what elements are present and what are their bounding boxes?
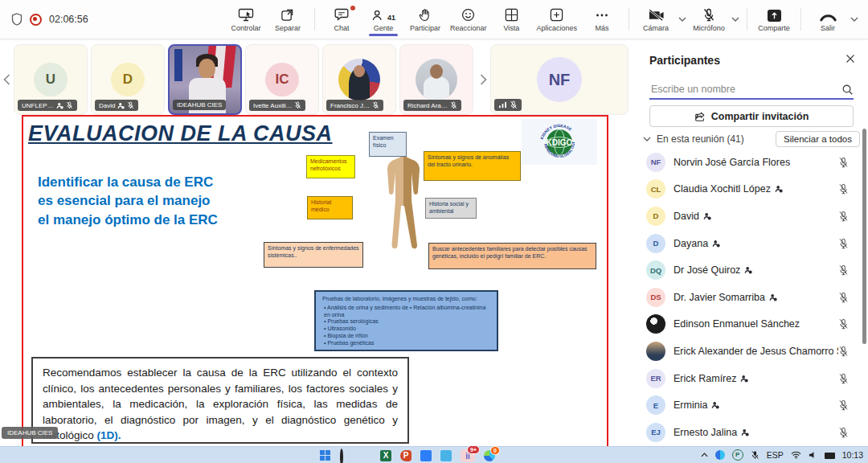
tray-expand-icon[interactable]	[701, 453, 708, 457]
chat-button[interactable]: Chat	[321, 4, 362, 35]
video-tile[interactable]: Richard Ara…	[399, 44, 473, 115]
slide-intro-text: Identificar la causa de ERC es esencial …	[38, 173, 224, 229]
participant-row[interactable]: D Dayana	[635, 230, 862, 257]
avatar-photo	[416, 59, 457, 100]
participant-row[interactable]: Erick Alexander de Jesus Chamorro Segovi…	[635, 338, 862, 365]
participant-row[interactable]: NF Norvin José García Flores	[635, 149, 862, 176]
toolbar-divider	[628, 8, 629, 31]
participant-row[interactable]: ER Erick Ramírez	[635, 365, 862, 392]
participant-row[interactable]: DQ Dr José Quiroz	[635, 256, 862, 284]
search-input[interactable]	[649, 83, 841, 96]
slide-box-medicamentos: Medicamentos nefrotóxicos	[306, 155, 355, 178]
people-icon	[371, 9, 386, 22]
leave-button[interactable]: Salir	[807, 4, 849, 35]
tile-name-badge: IDEAHUB CIES	[173, 100, 226, 110]
phone-user-icon	[769, 293, 777, 301]
participant-name: Claudia Xochitl López	[674, 183, 771, 195]
file-explorer-icon[interactable]	[360, 450, 371, 461]
more-button[interactable]: Más	[581, 4, 623, 35]
popout-button[interactable]: Separar	[267, 4, 309, 35]
video-tile[interactable]: D David	[91, 44, 165, 115]
react-button[interactable]: Reaccionar	[446, 4, 491, 35]
shared-presentation-slide: EVALUACION DE LA CAUSA Identificar la ca…	[22, 115, 608, 451]
shield-icon	[11, 13, 23, 26]
pruebas-item: Pruebas genéticas	[322, 340, 490, 347]
mic-button[interactable]: Micrófono	[688, 4, 730, 35]
leave-options-chevron-icon[interactable]	[850, 17, 858, 22]
avatar: IC	[265, 63, 299, 96]
video-tile[interactable]: NF	[490, 44, 628, 115]
app-icon-blue[interactable]	[420, 450, 432, 461]
volume-icon[interactable]	[809, 451, 817, 459]
avatar: ER	[646, 369, 665, 388]
participant-row[interactable]: D David	[635, 203, 862, 230]
video-tile[interactable]: Francisco J…	[322, 44, 396, 115]
raise-hand-button[interactable]: Participar	[404, 4, 446, 35]
taskbar-apps: X P ii9+ 0	[320, 450, 495, 462]
participant-row[interactable]: Edinson Enmanuel Sánchez	[635, 311, 862, 338]
mic-off-icon	[838, 264, 849, 276]
clock[interactable]: 10:13	[842, 450, 863, 460]
windows-start-icon[interactable]	[320, 450, 331, 461]
panel-scrollbar[interactable]	[862, 129, 866, 344]
tray-mic-muted-icon[interactable]	[751, 450, 760, 460]
avatar: U	[34, 63, 68, 96]
view-button[interactable]: Vista	[490, 4, 532, 35]
avatar: NF	[646, 153, 665, 172]
teams-notification-badge: 9+	[467, 445, 480, 454]
chevron-down-icon[interactable]	[643, 137, 651, 141]
avatar: CL	[646, 179, 665, 199]
participant-row[interactable]: EJ Ernesto Jalina	[635, 419, 862, 446]
taskbar-search-icon[interactable]	[340, 450, 351, 461]
slide-title: EVALUACION DE LA CAUSA	[28, 121, 333, 146]
language-indicator[interactable]: ESP	[767, 450, 784, 460]
filmstrip-prev-icon[interactable]	[3, 74, 10, 85]
teams-icon[interactable]: ii9+	[461, 449, 475, 462]
remote-control-icon	[238, 7, 254, 22]
powerpoint-icon[interactable]: P	[400, 450, 411, 461]
apps-button[interactable]: Aplicaciones	[532, 4, 581, 35]
toolbar-divider	[314, 8, 315, 31]
people-button[interactable]: 41 Gente	[362, 4, 404, 35]
avatar-photo	[646, 342, 665, 361]
close-icon[interactable]	[845, 54, 855, 64]
participant-name: Dr José Quiroz	[674, 264, 740, 276]
phone-user-icon	[56, 102, 63, 109]
control-button[interactable]: Controlar	[225, 4, 267, 35]
participant-row[interactable]: CL Claudia Xochitl López	[635, 176, 862, 203]
camera-off-icon	[648, 7, 665, 22]
pruebas-item: Biopsia de riñón	[322, 333, 490, 340]
tray-antivirus-icon[interactable]: P	[732, 449, 743, 461]
mic-off-icon	[450, 101, 457, 109]
mic-off-icon	[838, 373, 849, 384]
slide-box-enfermedades-sistemicas: Síntomas y signos de enfermedades sistém…	[264, 242, 363, 268]
mic-off-icon	[838, 292, 849, 303]
smiley-icon	[461, 7, 475, 22]
share-screen-button[interactable]: Comparte	[753, 4, 795, 35]
participant-name: Dayana	[674, 238, 708, 249]
participant-name: Erminia	[674, 399, 707, 411]
meeting-timer: 02:06:56	[49, 14, 88, 25]
share-invitation-button[interactable]: Compartir invitación	[649, 105, 854, 127]
camera-options-chevron-icon[interactable]	[678, 17, 686, 22]
mic-options-chevron-icon[interactable]	[731, 17, 739, 22]
wifi-icon[interactable]	[791, 451, 801, 459]
tray-edge-icon[interactable]	[715, 450, 725, 460]
battery-icon[interactable]	[825, 453, 835, 459]
video-tile[interactable]: U UNFLEP…	[14, 44, 88, 115]
video-tile-active-speaker[interactable]: IDEAHUB CIES	[168, 44, 242, 115]
participant-row[interactable]: DS Dr. Javier Somarriba	[635, 284, 862, 311]
mic-off-icon	[838, 183, 849, 195]
app-icon-lightblue[interactable]	[440, 450, 452, 461]
excel-icon[interactable]: X	[380, 450, 391, 461]
mic-off-icon	[294, 101, 301, 109]
camera-button[interactable]: Cámara	[635, 4, 677, 35]
browser-icon[interactable]: 0	[484, 450, 495, 461]
filmstrip-next-icon[interactable]	[480, 74, 487, 85]
mute-all-button[interactable]: Silenciar a todos	[776, 131, 860, 147]
mic-off-icon	[838, 238, 849, 249]
video-tile[interactable]: IC Ivette Auxili…	[245, 44, 319, 115]
participant-row[interactable]: E Erminia	[635, 391, 862, 419]
tile-name-badge: UNFLEP…	[18, 100, 77, 111]
chat-icon	[334, 7, 349, 22]
